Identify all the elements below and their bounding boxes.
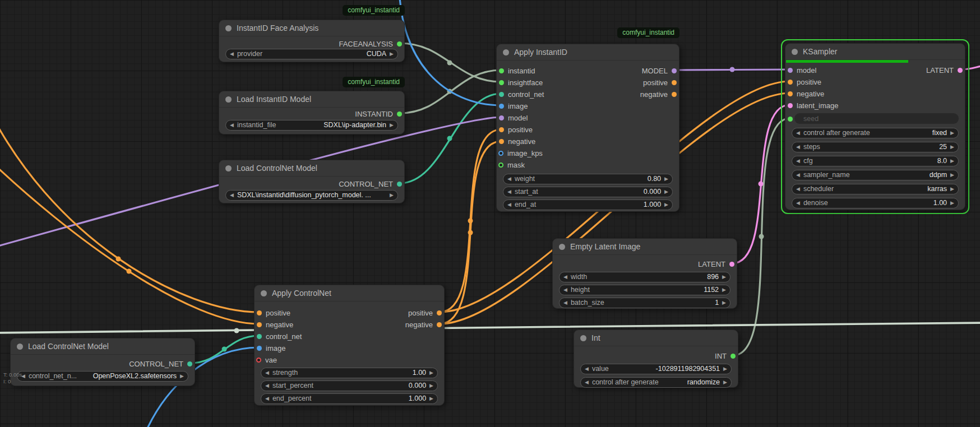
node-instantid-face-analysis[interactable]: InstantID Face AnalysisFACEANALYSIS◀prov… [219,20,405,62]
node-titlebar[interactable]: Apply InstantID [497,44,679,61]
input-slot-model-icon[interactable] [499,115,504,120]
decrement-arrow-icon[interactable]: ◀ [563,285,567,295]
output-slot-FACEANALYSIS-icon[interactable] [397,41,402,47]
widget-weight[interactable]: ◀weight0.80▶ [503,174,673,184]
input-slot-control_net-icon[interactable] [257,334,262,339]
increment-arrow-icon[interactable]: ▶ [664,199,668,210]
decrement-arrow-icon[interactable]: ◀ [265,368,269,378]
increment-arrow-icon[interactable]: ▶ [664,174,668,184]
increment-arrow-icon[interactable]: ▶ [950,142,954,152]
input-slot-model-icon[interactable] [788,68,793,73]
input-slot-vae-icon[interactable] [256,358,261,363]
output-slot-CONTROL_NET-icon[interactable] [187,361,192,366]
node-titlebar[interactable]: Int [574,330,738,346]
increment-arrow-icon[interactable]: ▶ [722,285,726,295]
collapse-dot-icon[interactable] [17,344,23,350]
input-slot-negative-icon[interactable] [499,139,504,144]
decrement-arrow-icon[interactable]: ◀ [796,198,800,208]
increment-arrow-icon[interactable]: ▶ [950,184,954,194]
input-slot-image-icon[interactable] [499,104,504,109]
widget-provider[interactable]: ◀providerCUDA▶ [225,49,398,59]
node-titlebar[interactable]: InstantID Face Analysis [219,20,404,36]
input-slot-positive-icon[interactable] [788,80,793,85]
output-slot-positive-icon[interactable] [437,310,442,315]
node-graph-canvas[interactable]: T: 0.00s I: 0 comfyui_instantidcomfyui_i… [0,0,980,427]
increment-arrow-icon[interactable]: ▶ [664,187,668,197]
node-titlebar[interactable]: Load ControlNet Model [11,338,195,355]
input-slot-instantid-icon[interactable] [499,68,504,73]
input-slot-seed-icon[interactable] [788,117,793,122]
output-slot-negative-icon[interactable] [437,322,442,327]
increment-arrow-icon[interactable]: ▶ [723,377,727,388]
decrement-arrow-icon[interactable]: ◀ [796,156,800,166]
decrement-arrow-icon[interactable]: ◀ [230,120,234,131]
output-slot-LATENT-icon[interactable] [729,262,734,267]
node-ksampler[interactable]: KSamplermodelLATENTpositivenegativelaten… [785,43,965,210]
node-load-controlnet-model-pose[interactable]: Load ControlNet ModelCONTROL_NET◀control… [10,338,195,386]
output-slot-MODEL-icon[interactable] [672,68,677,73]
decrement-arrow-icon[interactable]: ◀ [507,187,511,197]
decrement-arrow-icon[interactable]: ◀ [563,298,567,308]
input-slot-image_kps-icon[interactable] [498,151,503,156]
widget-steps[interactable]: ◀steps25▶ [792,142,959,152]
widget-start-at[interactable]: ◀start_at0.000▶ [503,187,673,197]
output-slot-CONTROL_NET-icon[interactable] [397,182,402,187]
increment-arrow-icon[interactable]: ▶ [950,156,954,166]
increment-arrow-icon[interactable]: ▶ [723,364,727,374]
widget-seed-disabled[interactable]: seed [794,113,959,124]
node-apply-controlnet[interactable]: Apply ControlNetpositivepositivenegative… [254,285,445,406]
output-slot-LATENT-icon[interactable] [958,68,963,73]
node-titlebar[interactable]: Load ControlNet Model [219,160,404,177]
input-slot-positive-icon[interactable] [499,127,504,132]
decrement-arrow-icon[interactable]: ◀ [796,184,800,194]
input-slot-latent_image-icon[interactable] [788,103,793,108]
widget-batch-size[interactable]: ◀batch_size1▶ [559,298,731,308]
increment-arrow-icon[interactable]: ▶ [180,371,184,382]
decrement-arrow-icon[interactable]: ◀ [265,380,269,391]
increment-arrow-icon[interactable]: ▶ [950,128,954,138]
widget-value[interactable]: ◀SDXL\instantid\diffusion_pytorch_model.… [225,190,398,201]
widget-control-after-generate[interactable]: ◀control after generaterandomize▶ [580,377,732,388]
output-slot-INT-icon[interactable] [731,354,736,359]
output-slot-INSTANTID-icon[interactable] [397,112,402,117]
widget-sampler-name[interactable]: ◀sampler_nameddpm▶ [792,170,959,180]
collapse-dot-icon[interactable] [792,49,798,55]
widget-scheduler[interactable]: ◀schedulerkarras▶ [792,184,959,194]
collapse-dot-icon[interactable] [503,49,509,55]
node-empty-latent-image[interactable]: Empty Latent ImageLATENT◀width896▶◀heigh… [552,238,737,309]
decrement-arrow-icon[interactable]: ◀ [796,170,800,180]
collapse-dot-icon[interactable] [559,244,565,250]
output-slot-positive-icon[interactable] [672,80,677,85]
input-slot-insightface-icon[interactable] [499,80,504,85]
widget-instantid-file[interactable]: ◀instantid_fileSDXL\ip-adapter.bin▶ [225,120,398,131]
decrement-arrow-icon[interactable]: ◀ [796,128,800,138]
increment-arrow-icon[interactable]: ▶ [950,170,954,180]
widget-cfg[interactable]: ◀cfg8.0▶ [792,156,959,166]
increment-arrow-icon[interactable]: ▶ [950,198,954,208]
widget-value[interactable]: ◀value-1028911982904351▶ [580,364,732,374]
widget-control-after-generate[interactable]: ◀control after generatefixed▶ [792,128,959,138]
input-slot-negative-icon[interactable] [788,91,793,96]
input-slot-mask-icon[interactable] [498,163,503,168]
decrement-arrow-icon[interactable]: ◀ [507,174,511,184]
increment-arrow-icon[interactable]: ▶ [429,380,433,391]
widget-height[interactable]: ◀height1152▶ [559,285,731,295]
node-load-controlnet-model-instantid[interactable]: Load ControlNet ModelCONTROL_NET◀SDXL\in… [219,160,405,203]
node-int[interactable]: IntINT◀value-1028911982904351▶◀control a… [574,329,738,388]
decrement-arrow-icon[interactable]: ◀ [507,199,511,210]
input-slot-image-icon[interactable] [257,346,262,351]
collapse-dot-icon[interactable] [225,96,232,103]
decrement-arrow-icon[interactable]: ◀ [230,49,234,59]
node-titlebar[interactable]: KSampler [785,44,965,60]
node-apply-instantid[interactable]: Apply InstantIDinstantidMODELinsightface… [496,44,679,212]
increment-arrow-icon[interactable]: ▶ [722,298,726,308]
input-slot-positive-icon[interactable] [257,310,262,315]
node-titlebar[interactable]: Load InstantID Model [219,91,404,108]
increment-arrow-icon[interactable]: ▶ [722,272,726,282]
widget-end-at[interactable]: ◀end_at1.000▶ [503,199,673,210]
collapse-dot-icon[interactable] [225,25,232,31]
decrement-arrow-icon[interactable]: ◀ [585,377,589,388]
widget-start-percent[interactable]: ◀start_percent0.000▶ [261,380,438,391]
collapse-dot-icon[interactable] [261,290,267,296]
decrement-arrow-icon[interactable]: ◀ [265,393,269,404]
